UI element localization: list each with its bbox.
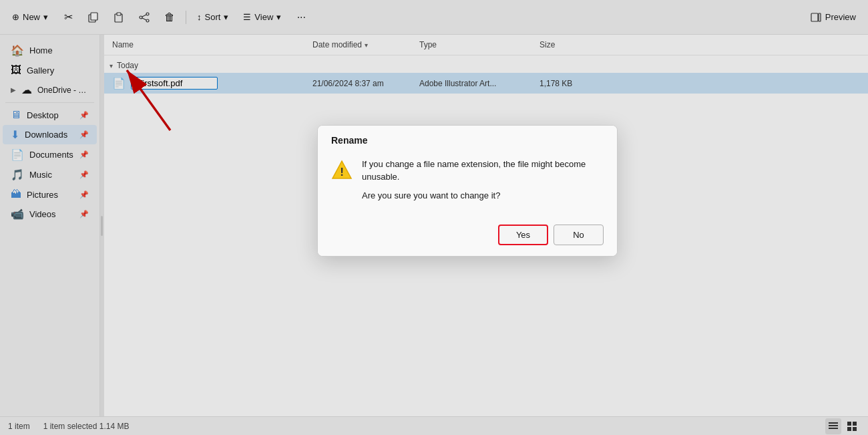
yes-label: Yes [516,230,530,240]
dialog-message1: If you change a file name extension, the… [362,158,604,184]
svg-text:!: ! [340,166,344,178]
dialog-text: If you change a file name extension, the… [362,158,604,208]
dialog-body: ! If you change a file name extension, t… [318,151,617,219]
dialog-title-bar: Rename [318,126,617,151]
rename-dialog: Rename ! If you change a file name exten… [317,125,618,257]
no-label: No [573,230,584,240]
warning-icon: ! [331,159,353,180]
dialog-message2: Are you sure you want to change it? [362,189,604,202]
no-button[interactable]: No [554,225,604,245]
yes-button[interactable]: Yes [498,225,548,245]
dialog-footer: Yes No [318,218,617,256]
dialog-overlay: Rename ! If you change a file name exten… [0,0,868,435]
dialog-title: Rename [331,135,367,146]
